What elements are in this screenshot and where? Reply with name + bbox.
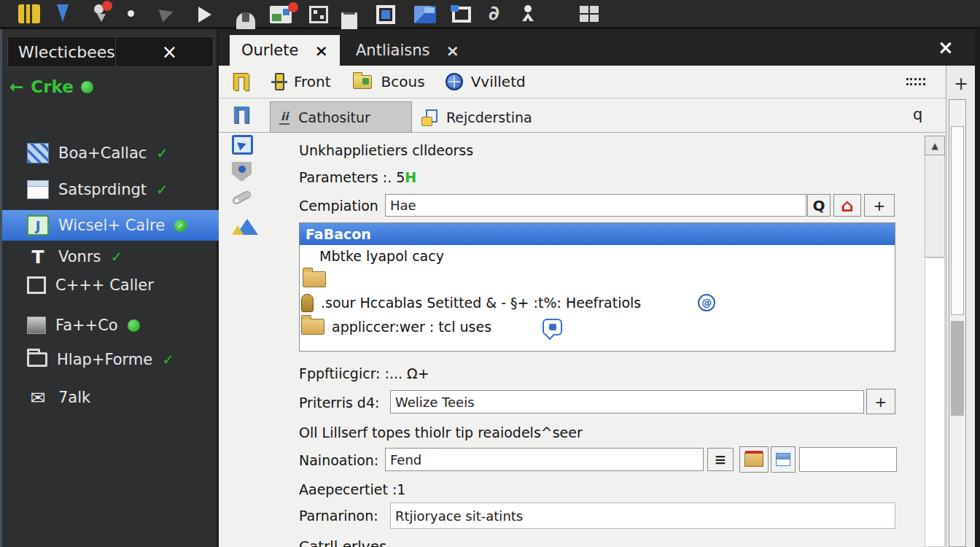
info-icon: ii — [279, 110, 289, 125]
home-button[interactable]: ⌂ — [833, 194, 861, 217]
subtab-cathositur[interactable]: ii Cathositur — [270, 101, 412, 133]
back-link[interactable]: ← Crke — [9, 77, 93, 96]
top-toolbar: ∂ — [0, 0, 980, 29]
tab-close-icon[interactable]: × — [314, 42, 327, 60]
sidebar-item[interactable]: T Vonrs ✓ — [2, 242, 219, 271]
screenshot-icon[interactable] — [270, 6, 292, 23]
list-item[interactable]: .sour Hccablas Setitted & - §+ :t%: Heef… — [300, 291, 895, 314]
pillar-yellow-icon[interactable]: Π — [232, 71, 251, 93]
list-item[interactable]: appliccer:wer : tcl uses — [300, 314, 895, 339]
tool-pen-icon[interactable] — [232, 188, 252, 201]
tab-antliaisns[interactable]: Antliaisns × — [344, 35, 471, 66]
list-item-label: FaBacon — [306, 226, 371, 242]
nainoation-label: Nainoation: — [299, 452, 378, 468]
toolbar-item-vvilletd[interactable]: Vvilletd — [471, 73, 526, 90]
scroll-up-button[interactable]: ▲ — [925, 136, 945, 155]
sidebar-item[interactable]: C+++ Caller — [2, 271, 219, 300]
at-circle-icon: @ — [698, 294, 715, 311]
priterris-add-button[interactable]: + — [866, 389, 895, 414]
green-dot-icon — [81, 81, 93, 93]
folder-icon — [301, 319, 324, 335]
parnarinon-input[interactable] — [390, 503, 895, 529]
diagonal-stripes-icon — [27, 143, 49, 163]
toolbar-item-front[interactable]: Front — [294, 73, 331, 90]
sidebar-item[interactable]: ✉ 7alk — [2, 383, 219, 412]
front-tool-icon[interactable] — [275, 73, 284, 90]
globe-icon[interactable] — [446, 73, 463, 90]
list-item[interactable] — [300, 267, 895, 291]
outer-scrollbar-thumb[interactable] — [951, 321, 964, 416]
menu-button[interactable]: ≡ — [707, 448, 734, 471]
subtab-rejcderstina[interactable]: Rejcderstina — [421, 103, 532, 132]
list-item-selected[interactable]: FaBacon — [300, 223, 895, 245]
document-icon[interactable] — [341, 4, 357, 32]
check-icon: ✓ — [162, 351, 174, 368]
toolbar-item-bcous[interactable]: Bcous — [381, 73, 425, 90]
priterris-label: Priterris d4: — [299, 395, 379, 411]
suggestion-list: FaBacon Mbtke lyapol cacy .sour Hccablas… — [299, 222, 895, 352]
blue-window-icon — [776, 453, 790, 466]
file-layers-icon — [421, 109, 438, 126]
sidebar-item[interactable]: Fa++Co — [2, 311, 219, 340]
run-icon[interactable] — [198, 7, 211, 23]
pen-icon[interactable] — [57, 4, 69, 22]
sidebar-item[interactable]: Hlap+Forme ✓ — [2, 345, 219, 374]
inner-scrollbar-lower[interactable] — [925, 257, 945, 547]
subtab-label: Rejcderstina — [446, 109, 532, 125]
folder-button[interactable] — [739, 446, 769, 473]
search-button[interactable]: Q — [807, 194, 831, 217]
add-button[interactable]: + — [864, 194, 895, 217]
cempiation-input[interactable] — [385, 194, 806, 217]
blue-box-arrow-icon[interactable] — [232, 135, 253, 155]
overflow-dots-icon[interactable] — [906, 75, 925, 88]
panel-close-button[interactable]: × — [938, 36, 954, 58]
person-icon[interactable] — [522, 5, 534, 21]
t-glyph-icon: T — [27, 247, 49, 268]
window-button[interactable] — [771, 446, 796, 473]
parnarinon-label: Parnarinon: — [299, 508, 378, 524]
frame-icon[interactable] — [376, 5, 395, 24]
priterris-input[interactable] — [390, 390, 864, 414]
link-icon[interactable]: ∂ — [489, 3, 499, 23]
home-arch-icon[interactable] — [236, 6, 255, 30]
aaepecertiet-label: Aaepecertiet :1 — [299, 481, 405, 497]
shield-icon[interactable] — [232, 162, 252, 182]
layers-icon[interactable] — [414, 6, 436, 23]
send-icon[interactable] — [160, 7, 174, 20]
pillar-blue-icon[interactable]: Π — [232, 104, 251, 126]
sidebar-item-label: Hlap+Forme — [57, 351, 152, 368]
footer-label: Catrll erlves — [299, 538, 386, 547]
flag-frame-icon[interactable] — [452, 7, 471, 23]
pin-icon[interactable] — [91, 4, 106, 22]
inner-scrollbar-track[interactable] — [925, 155, 945, 257]
tab-close-icon[interactable]: × — [446, 42, 459, 60]
folder-icon — [303, 271, 326, 287]
outer-scrollbar-thumb-upper[interactable] — [951, 126, 964, 315]
nainoation-input[interactable] — [385, 448, 704, 471]
cempiation-label: Cempiation — [299, 198, 378, 214]
form-heading: Unkhapplietiers clldeorss — [299, 142, 473, 158]
sidebar-close-button[interactable]: × — [115, 37, 213, 66]
list-item-label: .sour Hccablas Setitted & - §+ :t%: Heef… — [321, 295, 641, 311]
right-edge — [975, 29, 980, 547]
mountain-icon[interactable] — [232, 217, 258, 235]
sidebar-item-label: 7alk — [58, 389, 90, 406]
back-arrow-icon: ← — [9, 77, 23, 96]
nainoation-extra-input[interactable] — [799, 447, 897, 472]
list-item[interactable]: Mbtke lyapol cacy — [300, 245, 895, 267]
outer-add-button[interactable]: + — [950, 71, 972, 96]
app-logo-icon[interactable] — [18, 4, 40, 23]
main-panel: Ourlete × Antliaisns × × Front Bcous Vvi… — [219, 29, 980, 547]
tab-ourlete[interactable]: Ourlete × — [230, 35, 340, 66]
subtab-bar: ii Cathositur Rejcderstina q — [219, 98, 946, 133]
panel-icon[interactable] — [309, 6, 328, 23]
green-dot-icon — [128, 319, 140, 332]
folder-tool-icon[interactable] — [353, 75, 372, 89]
grid-icon[interactable] — [580, 6, 599, 22]
sidebar-item-selected[interactable]: J Wicsel+ Calre ✓ — [2, 210, 219, 241]
sidebar-item[interactable]: Satsprdingt ✓ — [2, 175, 219, 204]
sidebar-item[interactable]: Boa+Callac ✓ — [2, 139, 219, 168]
dot-icon — [128, 4, 134, 17]
sidebar-title: Wlecticbees — [8, 43, 115, 61]
sidebar-item-label: Wicsel+ Calre — [58, 217, 165, 234]
